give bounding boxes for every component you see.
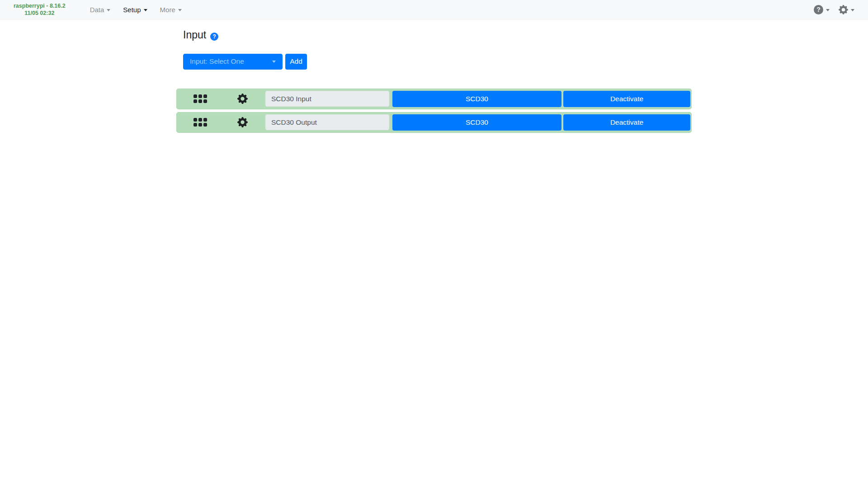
nav-item-setup[interactable]: Setup — [117, 6, 153, 14]
add-input-form: Input: Select One Add — [183, 54, 685, 70]
input-name-field[interactable] — [265, 91, 389, 107]
gear-icon[interactable] — [237, 94, 248, 104]
nav-item-setup-label: Setup — [123, 6, 141, 14]
caret-down-icon — [826, 9, 830, 11]
page-title: Input — [183, 29, 206, 42]
help-menu[interactable]: ? — [814, 5, 830, 14]
top-navbar: raspberrypi - 8.16.2 11/05 02:32 Data Se… — [0, 0, 868, 19]
nav-item-more[interactable]: More — [154, 6, 188, 14]
caret-down-icon — [144, 9, 147, 11]
caret-down-icon — [272, 61, 276, 63]
input-list: SCD30 Deactivate SCD30 Deactivate — [176, 89, 692, 133]
brand-hostname: raspberrypi - 8.16.2 — [14, 2, 66, 9]
input-type-select-value: Input: Select One — [190, 57, 244, 66]
input-device-button[interactable]: SCD30 — [392, 91, 561, 107]
page-header: Input ? — [183, 29, 685, 42]
input-row-scd30-input: SCD30 Deactivate — [176, 89, 692, 109]
input-device-button[interactable]: SCD30 — [392, 114, 561, 131]
gear-icon[interactable] — [237, 117, 248, 127]
drag-handle-icon[interactable] — [193, 118, 207, 127]
navbar-right-icons: ? — [814, 5, 854, 14]
page-help-icon[interactable]: ? — [210, 33, 218, 41]
settings-menu[interactable] — [839, 5, 854, 14]
main-content: Input ? Input: Select One Add SCD30 Deac… — [176, 19, 692, 133]
deactivate-button[interactable]: Deactivate — [563, 114, 690, 131]
gear-icon — [839, 5, 848, 14]
nav-item-data[interactable]: Data — [84, 6, 117, 14]
input-row-scd30-output: SCD30 Deactivate — [176, 112, 692, 133]
caret-down-icon — [107, 9, 110, 11]
caret-down-icon — [178, 9, 182, 11]
brand-datetime: 11/05 02:32 — [14, 9, 66, 17]
add-input-button[interactable]: Add — [285, 54, 307, 70]
input-name-field[interactable] — [265, 114, 389, 130]
caret-down-icon — [851, 9, 854, 11]
drag-handle-icon[interactable] — [193, 94, 207, 103]
navbar-brand[interactable]: raspberrypi - 8.16.2 11/05 02:32 — [14, 2, 66, 17]
deactivate-button[interactable]: Deactivate — [563, 91, 690, 107]
navbar-menu: Data Setup More — [84, 6, 188, 14]
question-circle-icon: ? — [814, 5, 823, 14]
input-type-select[interactable]: Input: Select One — [183, 54, 283, 70]
nav-item-more-label: More — [160, 6, 175, 14]
nav-item-data-label: Data — [90, 6, 104, 14]
